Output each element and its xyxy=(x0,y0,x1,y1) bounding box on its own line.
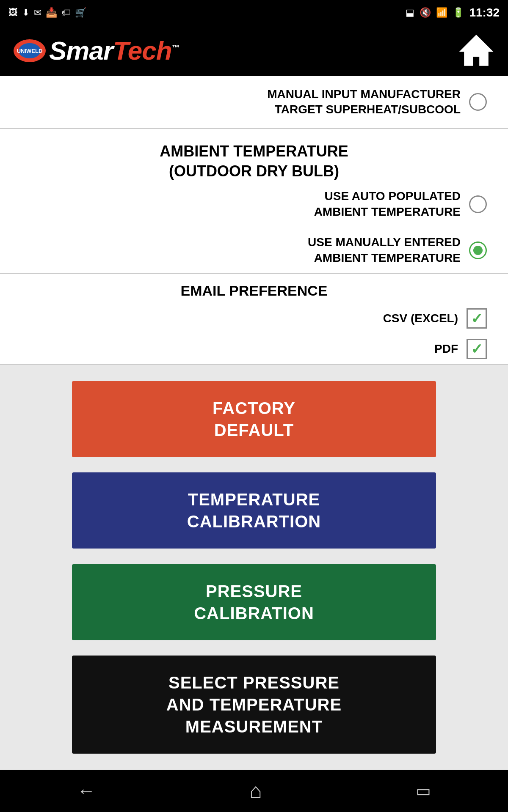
email-preference-title: EMAIL PREFERENCE xyxy=(0,274,508,303)
battery-icon: 🔋 xyxy=(453,7,464,18)
auto-ambient-label: USE AUTO POPULATEDAMBIENT TEMPERATURE xyxy=(314,189,461,219)
pdf-checkbox-row: PDF xyxy=(0,334,508,364)
logo: UNIWELD SmarTech™ xyxy=(13,38,179,64)
gmail-icon: ✉ xyxy=(34,7,41,18)
auto-ambient-row: USE AUTO POPULATEDAMBIENT TEMPERATURE xyxy=(0,181,508,227)
status-time: 11:32 xyxy=(469,6,500,19)
manual-ambient-row: USE MANUALLY ENTEREDAMBIENT TEMPERATURE xyxy=(0,227,508,273)
shopping-icon: 🛒 xyxy=(75,7,86,18)
home-nav-button[interactable]: ⌂ xyxy=(249,779,262,803)
status-right: ⬓ 🔇 📶 🔋 11:32 xyxy=(406,6,500,19)
svg-marker-3 xyxy=(459,35,494,66)
manual-ambient-label: USE MANUALLY ENTEREDAMBIENT TEMPERATURE xyxy=(308,235,461,266)
csv-checkbox[interactable] xyxy=(467,308,487,329)
logo-badge: UNIWELD xyxy=(13,38,47,63)
csv-checkbox-row: CSV (EXCEL) xyxy=(0,303,508,334)
bottom-nav: ← ⌂ ▭ xyxy=(0,770,508,812)
select-pressure-temperature-button[interactable]: SELECT PRESSUREAND TEMPERATUREMEASUREMEN… xyxy=(72,656,436,754)
app-header: UNIWELD SmarTech™ xyxy=(0,25,508,76)
manual-input-row: MANUAL INPUT MANUFACTURERTARGET SUPERHEA… xyxy=(0,76,508,128)
pdf-label: PDF xyxy=(434,342,458,356)
recents-button[interactable]: ▭ xyxy=(416,782,431,800)
inbox-icon: 📥 xyxy=(46,7,57,18)
logo-smartech-text: SmarTech™ xyxy=(49,38,179,64)
csv-label: CSV (EXCEL) xyxy=(383,312,458,325)
back-button[interactable]: ← xyxy=(77,780,96,801)
pdf-checkbox[interactable] xyxy=(467,339,487,359)
wifi-icon: 📶 xyxy=(436,7,447,18)
buttons-area: FACTORYDEFAULT TEMPERATURECALIBRARTION P… xyxy=(0,365,508,770)
gallery-icon: 🖼 xyxy=(8,7,18,18)
temperature-calibration-button[interactable]: TEMPERATURECALIBRARTION xyxy=(72,472,436,549)
manual-input-label: MANUAL INPUT MANUFACTURERTARGET SUPERHEA… xyxy=(267,87,461,118)
status-icons: 🖼 ⬇ ✉ 📥 🏷 🛒 xyxy=(8,7,86,18)
home-button[interactable] xyxy=(457,31,495,71)
manual-ambient-radio[interactable] xyxy=(469,241,487,259)
pressure-calibration-button[interactable]: PRESSURECALIBRATION xyxy=(72,564,436,640)
svg-text:UNIWELD: UNIWELD xyxy=(17,48,43,54)
auto-ambient-radio[interactable] xyxy=(469,195,487,213)
factory-default-button[interactable]: FACTORYDEFAULT xyxy=(72,381,436,457)
home-icon xyxy=(457,31,495,69)
download-icon: ⬇ xyxy=(22,7,30,18)
manual-input-radio[interactable] xyxy=(469,93,487,111)
main-content: MANUAL INPUT MANUFACTURERTARGET SUPERHEA… xyxy=(0,76,508,770)
ambient-temp-title: AMBIENT TEMPERATURE(OUTDOOR DRY BULB) xyxy=(0,129,508,181)
tag-icon: 🏷 xyxy=(61,7,71,18)
status-bar: 🖼 ⬇ ✉ 📥 🏷 🛒 ⬓ 🔇 📶 🔋 11:32 xyxy=(0,0,508,25)
bluetooth-icon: ⬓ xyxy=(406,7,414,18)
mute-icon: 🔇 xyxy=(420,7,431,18)
